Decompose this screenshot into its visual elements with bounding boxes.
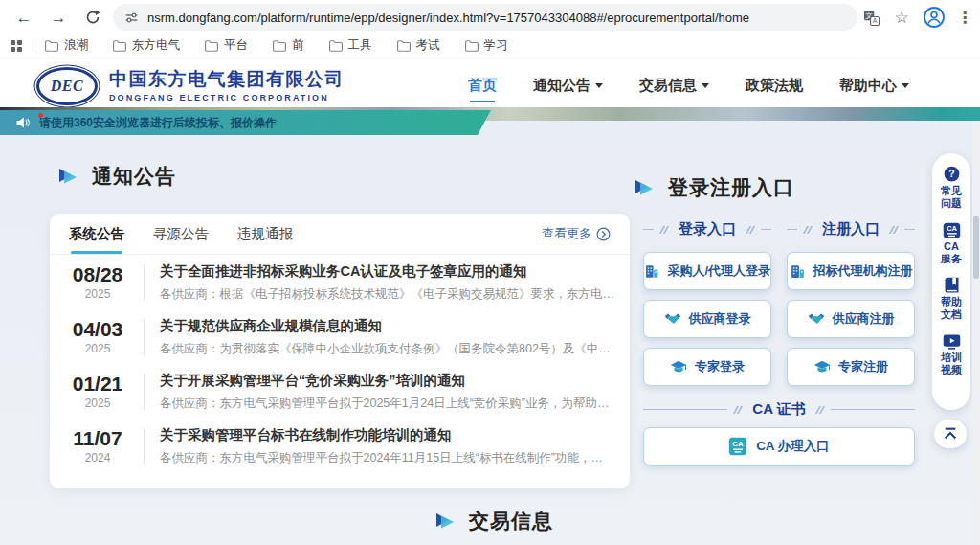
view-more-link[interactable]: 查看更多: [542, 225, 611, 242]
bookmark-folder[interactable]: 前: [273, 37, 304, 54]
section-title: 交易信息: [469, 508, 553, 534]
nav-notices[interactable]: 通知公告: [533, 77, 603, 101]
forward-button[interactable]: →: [48, 7, 69, 28]
chevron-down-icon: [902, 83, 909, 88]
notices-section-header: 通知公告: [59, 163, 176, 190]
training-videos-button[interactable]: 培训 视频: [941, 331, 962, 376]
notice-title[interactable]: 关于规范供应商企业规模信息的通知: [160, 317, 614, 335]
expert-register-button[interactable]: 专家注册: [787, 348, 915, 386]
divider: [33, 39, 33, 53]
notice-date: 01/21 2025: [67, 374, 128, 410]
folder-icon: [45, 40, 58, 52]
bookmark-folder[interactable]: 东方电气: [113, 37, 180, 54]
bookmark-folder[interactable]: 浪潮: [45, 37, 88, 54]
trade-section-header: 交易信息: [436, 508, 553, 534]
translate-button[interactable]: 文 A: [862, 9, 880, 26]
tab-violation-reports[interactable]: 违规通报: [237, 214, 293, 254]
back-to-top-button[interactable]: [934, 420, 967, 448]
section-arrow-icon: [635, 179, 654, 196]
notice-row[interactable]: 08/28 2025 关于全面推进非招标采购业务CA认证及电子签章应用的通知 各…: [50, 255, 630, 309]
notice-title[interactable]: 关于开展采购管理平台“竞价采购业务”培训的通知: [160, 372, 614, 390]
speaker-icon: [15, 116, 31, 129]
tab-sourcing-notices[interactable]: 寻源公告: [153, 214, 209, 254]
menu-button[interactable]: ⋮: [956, 9, 973, 26]
ca-apply-button[interactable]: CA CA 办理入口: [643, 427, 915, 466]
notice-title[interactable]: 关于采购管理平台标书在线制作功能培训的通知: [160, 426, 614, 444]
scrollbar-track[interactable]: [972, 121, 980, 545]
video-player-icon: [942, 331, 962, 352]
divider: [144, 264, 145, 301]
chevron-down-icon: [595, 83, 603, 88]
bookmark-folder[interactable]: 工具: [329, 37, 372, 54]
svg-text:A: A: [872, 17, 877, 25]
divider: [144, 319, 145, 355]
notice-summary: 各供应商：为贯彻落实《保障中小企业款项支付条例》（国务院令第802号）及《中小企…: [160, 341, 614, 357]
svg-text:CA: CA: [732, 440, 744, 448]
ticker-text: 请使用360安全浏览器进行后续投标、报价操作: [39, 115, 277, 131]
nav-policies[interactable]: 政策法规: [746, 77, 803, 101]
browser-toolbar: ← → nsrm.dongfang.com/platform/runtime/e…: [0, 0, 980, 34]
ca-group-header: CA 证书: [643, 400, 915, 419]
site-settings-icon[interactable]: [124, 11, 139, 25]
buyer-agent-login-button[interactable]: 采购人/代理人登录: [643, 252, 771, 290]
notices-tabs: 系统公告 寻源公告 违规通报 查看更多: [50, 214, 630, 255]
faq-button[interactable]: ? 常见 问题: [941, 165, 962, 210]
circle-arrow-icon: [596, 227, 611, 241]
divider: [144, 428, 145, 465]
bidding-agency-register-button[interactable]: 招标代理机构注册: [787, 252, 915, 290]
notice-date: 04/03 2025: [67, 319, 128, 355]
supplier-register-button[interactable]: 供应商注册: [787, 300, 915, 338]
notice-row[interactable]: 04/03 2025 关于规范供应商企业规模信息的通知 各供应商：为贯彻落实《保…: [50, 309, 630, 364]
building-icon: [644, 263, 659, 280]
profile-avatar[interactable]: [923, 6, 946, 29]
apps-grid-icon[interactable]: [10, 39, 23, 53]
notice-title[interactable]: 关于全面推进非招标采购业务CA认证及电子签章应用的通知: [160, 262, 614, 281]
translate-icon: 文 A: [863, 10, 880, 26]
tab-system-notices[interactable]: 系统公告: [69, 214, 124, 254]
folder-icon: [205, 40, 218, 52]
svg-text:?: ?: [948, 168, 954, 179]
section-title: 通知公告: [92, 163, 176, 190]
folder-icon: [465, 40, 479, 52]
address-bar[interactable]: nsrm.dongfang.com/platform/runtime/epp/d…: [113, 4, 858, 31]
section-arrow-icon: [436, 512, 455, 530]
expert-login-button[interactable]: 专家登录: [643, 348, 771, 386]
reload-button[interactable]: [82, 7, 103, 28]
url-text[interactable]: nsrm.dongfang.com/platform/runtime/epp/d…: [147, 11, 749, 25]
back-button[interactable]: ←: [13, 7, 34, 28]
ca-service-button[interactable]: CA CA 服务: [941, 220, 962, 265]
bookmark-folder[interactable]: 平台: [205, 37, 248, 54]
help-docs-button[interactable]: 帮助 文档: [941, 276, 962, 321]
notice-summary: 各供应商：根据《电子招标投标系统技术规范》《电子采购交易规范》要求，东方电气采购…: [160, 286, 614, 303]
handshake-icon: [664, 311, 681, 327]
bookmark-folder[interactable]: 学习: [465, 37, 508, 54]
scrollbar-thumb[interactable]: [973, 216, 979, 279]
notification-dot: [38, 113, 43, 118]
nav-trade-info[interactable]: 交易信息: [639, 77, 709, 101]
announcement-ticker: 请使用360安全浏览器进行后续投标、报价操作: [0, 110, 491, 135]
login-group-header: 登录入口: [643, 220, 771, 238]
bookmark-star-button[interactable]: ☆: [893, 9, 910, 26]
nav-home[interactable]: 首页: [468, 77, 497, 101]
company-name-cn: 中国东方电气集团有限公司: [109, 70, 345, 90]
notice-row[interactable]: 11/07 2024 关于采购管理平台标书在线制作功能培训的通知 各供应商：东方…: [50, 419, 630, 473]
book-icon: [942, 276, 962, 296]
screen: ← → nsrm.dongfang.com/platform/runtime/e…: [0, 0, 980, 545]
building-icon: [790, 263, 806, 280]
reload-icon: [85, 10, 100, 25]
company-logo[interactable]: DEC 中国东方电气集团有限公司 DONGFANG ELECTRIC CORPO…: [36, 67, 345, 105]
folder-icon: [113, 40, 126, 52]
graduation-cap-icon: [670, 359, 687, 375]
quick-access-rail: ? 常见 问题 CA CA 服务 帮助 文档: [932, 153, 970, 410]
main-nav: 首页 通知公告 交易信息 政策法规 帮助中心: [468, 77, 909, 101]
supplier-login-button[interactable]: 供应商登录: [643, 300, 771, 338]
register-group-header: 注册入口: [787, 220, 915, 238]
company-name-en: DONGFANG ELECTRIC CORPORATION: [109, 93, 345, 102]
question-bubble-icon: ?: [942, 165, 962, 185]
notice-row[interactable]: 01/21 2025 关于开展采购管理平台“竞价采购业务”培训的通知 各供应商：…: [50, 364, 630, 419]
nav-help-center[interactable]: 帮助中心: [839, 77, 909, 101]
notice-summary: 各供应商：东方电气采购管理平台拟于2024年11月15日上线“标书在线制作”功能…: [160, 450, 614, 466]
bookmark-folder[interactable]: 考试: [397, 37, 440, 54]
chevron-down-icon: [702, 83, 709, 88]
graduation-cap-icon: [813, 359, 831, 375]
